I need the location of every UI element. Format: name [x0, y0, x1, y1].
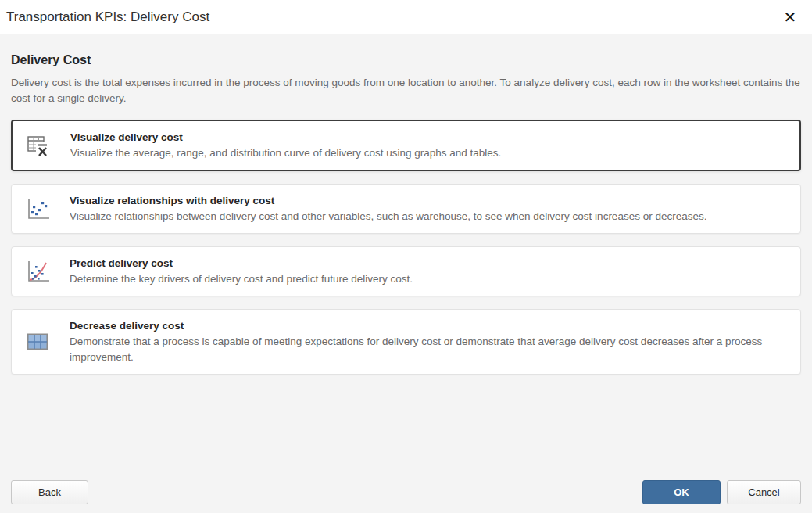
option-card-visualize-relationships[interactable]: Visualize relationships with delivery co… [11, 184, 801, 234]
ok-button[interactable]: OK [642, 480, 721, 504]
capability-table-icon [24, 329, 51, 354]
option-card-title: Predict delivery cost [70, 256, 788, 271]
option-card-list: Visualize delivery cost Visualize the av… [11, 120, 801, 375]
option-card-description: Determine the key drivers of delivery co… [70, 271, 788, 287]
cancel-button[interactable]: Cancel [727, 480, 801, 504]
close-icon[interactable]: ✕ [779, 6, 801, 28]
option-card-visualize-delivery-cost[interactable]: Visualize delivery cost Visualize the av… [11, 120, 801, 171]
option-card-description: Visualize relationships between delivery… [70, 209, 788, 224]
option-card-description: Demonstrate that a process is capable of… [70, 334, 788, 365]
page-title: Delivery Cost [11, 53, 801, 67]
dialog-titlebar: Transportation KPIs: Delivery Cost ✕ [0, 0, 812, 34]
dialog-footer: Back OK Cancel [11, 480, 801, 504]
table-mean-icon [25, 133, 52, 158]
option-card-title: Decrease delivery cost [70, 318, 788, 334]
option-card-title: Visualize relationships with delivery co… [70, 193, 788, 209]
option-card-predict[interactable]: Predict delivery cost Determine the key … [11, 246, 801, 296]
option-card-title: Visualize delivery cost [70, 130, 787, 145]
dialog-content: Delivery Cost Delivery cost is the total… [0, 34, 812, 375]
option-card-decrease[interactable]: Decrease delivery cost Demonstrate that … [11, 309, 801, 375]
dialog-title: Transportation KPIs: Delivery Cost [6, 9, 779, 25]
scatter-plot-icon [24, 196, 51, 221]
option-card-description: Visualize the average, range, and distri… [70, 145, 787, 161]
back-button[interactable]: Back [11, 480, 88, 504]
kpi-description: Delivery cost is the total expenses incu… [11, 75, 801, 106]
regression-plot-icon [24, 259, 51, 284]
